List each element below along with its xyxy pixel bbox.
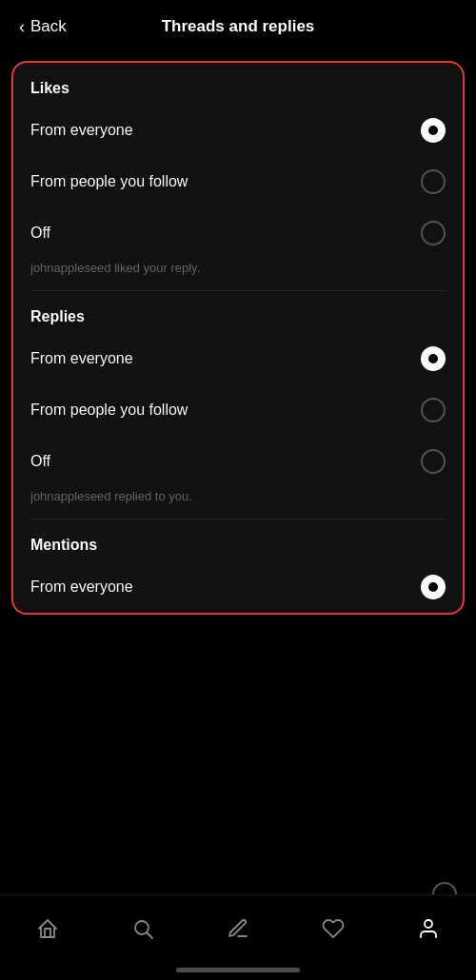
replies-everyone-radio[interactable]: [421, 346, 446, 371]
mentions-everyone-row[interactable]: From everyone: [13, 561, 463, 613]
likes-section: Likes From everyone From people you foll…: [13, 63, 463, 290]
mentions-section-title: Mentions: [13, 519, 463, 561]
nav-home[interactable]: [27, 908, 69, 950]
back-chevron-icon: ‹: [19, 17, 25, 37]
heart-icon: [322, 917, 345, 940]
likes-everyone-row[interactable]: From everyone: [13, 105, 463, 156]
replies-everyone-row[interactable]: From everyone: [13, 333, 463, 384]
likes-follow-row[interactable]: From people you follow: [13, 156, 463, 207]
likes-everyone-radio[interactable]: [421, 118, 446, 143]
svg-point-2: [425, 920, 432, 928]
nav-profile[interactable]: [407, 908, 449, 950]
mentions-everyone-label: From everyone: [30, 578, 133, 596]
search-icon: [131, 917, 154, 940]
replies-section: Replies From everyone From people you fo…: [13, 291, 463, 519]
nav-search[interactable]: [122, 908, 164, 950]
replies-everyone-label: From everyone: [30, 350, 133, 367]
back-label: Back: [30, 17, 67, 36]
compose-icon: [227, 917, 249, 940]
likes-everyone-label: From everyone: [30, 122, 133, 139]
replies-follow-radio[interactable]: [421, 398, 446, 422]
replies-follow-label: From people you follow: [30, 402, 188, 419]
likes-follow-radio[interactable]: [421, 169, 446, 194]
likes-off-radio[interactable]: [421, 221, 446, 245]
nav-likes[interactable]: [312, 908, 354, 950]
likes-off-row[interactable]: Off: [13, 207, 463, 259]
likes-section-title: Likes: [13, 63, 463, 105]
partial-radio-hint: [432, 882, 457, 894]
likes-follow-label: From people you follow: [30, 173, 188, 190]
mentions-everyone-radio[interactable]: [421, 575, 446, 599]
replies-section-title: Replies: [13, 291, 463, 333]
mentions-section: Mentions From everyone: [13, 519, 463, 613]
likes-off-label: Off: [30, 225, 50, 242]
nav-compose[interactable]: [217, 908, 259, 950]
likes-preview: johnappleseed liked your reply.: [13, 259, 463, 290]
replies-off-row[interactable]: Off: [13, 436, 463, 487]
header: ‹ Back Threads and replies: [0, 0, 476, 53]
replies-follow-row[interactable]: From people you follow: [13, 384, 463, 436]
replies-preview: johnappleseed replied to you.: [13, 487, 463, 519]
home-icon: [36, 917, 59, 940]
svg-line-1: [148, 932, 153, 938]
page-title: Threads and replies: [162, 17, 315, 36]
settings-panel: Likes From everyone From people you foll…: [11, 61, 465, 615]
back-button[interactable]: ‹ Back: [19, 17, 67, 37]
home-indicator: [176, 968, 300, 972]
replies-off-radio[interactable]: [421, 449, 446, 474]
profile-icon: [417, 917, 440, 940]
replies-off-label: Off: [30, 453, 50, 470]
